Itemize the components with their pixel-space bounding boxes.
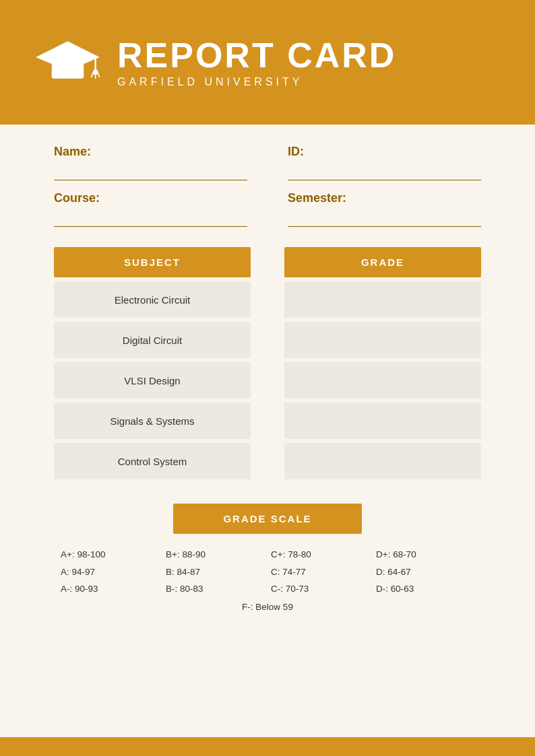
name-field: Name: (54, 145, 247, 180)
name-input[interactable] (54, 162, 247, 180)
subject-header: SUBJECT (54, 247, 251, 277)
university-name: GARFIELD UNIVERSITY (117, 76, 396, 88)
grade-a-plus: A+: 98-100 (61, 547, 159, 562)
svg-line-6 (97, 72, 99, 77)
subject-column: SUBJECT Electronic Circuit Digital Circu… (54, 247, 251, 483)
grade-d-plus: D+: 68-70 (376, 547, 474, 562)
svg-rect-1 (51, 63, 84, 79)
grade-col-c: C+: 78-80 C: 74-77 C-: 70-73 (271, 547, 369, 596)
grade-c: C: 74-77 (271, 565, 369, 580)
report-card-title: REPORT CARD (117, 36, 396, 75)
id-field: ID: (288, 145, 481, 180)
grade-b-minus: B-: 80-83 (166, 582, 264, 596)
grade-c-plus: C+: 78-80 (271, 547, 369, 562)
grade-f: F-: Below 59 (54, 602, 481, 612)
subject-row-1: Electronic Circuit (54, 281, 251, 318)
subject-row-5: Control System (54, 443, 251, 479)
grade-scale-header: GRADE SCALE (173, 504, 362, 534)
subject-row-4: Signals & Systems (54, 403, 251, 439)
semester-label: Semester: (288, 191, 481, 205)
course-label: Course: (54, 191, 247, 205)
subject-row-2: Digital Circuit (54, 322, 251, 358)
grade-row-2 (284, 322, 481, 358)
id-input[interactable] (288, 162, 481, 180)
grade-d: D: 64-67 (376, 565, 474, 580)
name-label: Name: (54, 145, 247, 159)
course-field: Course: (54, 191, 247, 227)
grade-a: A: 94-97 (61, 565, 159, 580)
grade-b: B: 84-87 (166, 565, 264, 580)
grade-col-a: A+: 98-100 A: 94-97 A-: 90-93 (61, 547, 159, 596)
grade-scale-section: GRADE SCALE A+: 98-100 A: 94-97 A-: 90-9… (54, 504, 481, 612)
grade-row-1 (284, 281, 481, 318)
grade-b-plus: B+: 88-90 (166, 547, 264, 562)
logo-container (34, 29, 101, 96)
main-content: Name: ID: Course: Semester: SUBJECT Elec… (0, 125, 535, 737)
graduation-cap-icon (36, 36, 100, 90)
semester-field: Semester: (288, 191, 481, 227)
grade-col-b: B+: 88-90 B: 84-87 B-: 80-83 (166, 547, 264, 596)
header: REPORT CARD GARFIELD UNIVERSITY (0, 0, 535, 125)
footer-bar (0, 737, 535, 756)
grade-c-minus: C-: 70-73 (271, 582, 369, 596)
grade-col-d: D+: 68-70 D: 64-67 D-: 60-63 (376, 547, 474, 596)
grade-row-4 (284, 403, 481, 439)
svg-line-4 (91, 72, 93, 77)
subject-row-3: VLSI Design (54, 362, 251, 399)
id-label: ID: (288, 145, 481, 159)
grade-header: GRADE (284, 247, 481, 277)
grade-column: GRADE (284, 247, 481, 483)
header-text: REPORT CARD GARFIELD UNIVERSITY (117, 36, 396, 88)
grade-scale-grid: A+: 98-100 A: 94-97 A-: 90-93 B+: 88-90 … (54, 547, 481, 596)
grade-d-minus: D-: 60-63 (376, 582, 474, 596)
form-section: Name: ID: Course: Semester: (54, 145, 481, 227)
grade-row-3 (284, 362, 481, 399)
grades-table: SUBJECT Electronic Circuit Digital Circu… (54, 247, 481, 483)
course-input[interactable] (54, 208, 247, 227)
grade-row-5 (284, 443, 481, 479)
semester-input[interactable] (288, 208, 481, 227)
grade-a-minus: A-: 90-93 (61, 582, 159, 596)
